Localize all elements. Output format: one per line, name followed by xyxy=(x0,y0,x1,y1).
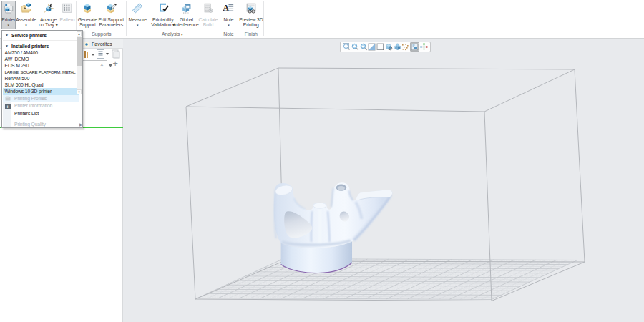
svg-text:A: A xyxy=(223,3,230,12)
